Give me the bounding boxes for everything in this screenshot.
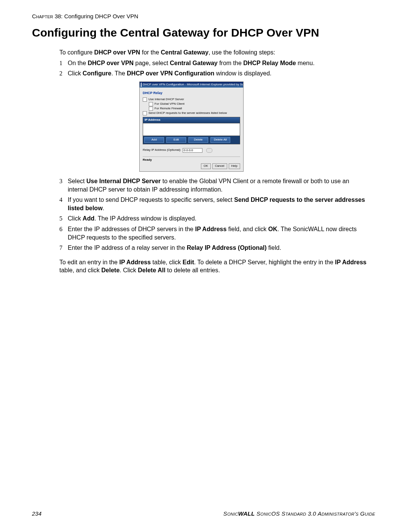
for-global-vpn-row[interactable]: For Global VPN Client (149, 102, 240, 106)
dialog-button-row: OK Cancel Help (143, 163, 240, 169)
step-5: 5 Click Add. The IP Address window is di… (59, 214, 368, 223)
tooltip-icon[interactable] (206, 148, 212, 153)
dhcp-relay-section-label: DHCP Relay (143, 91, 240, 95)
checkbox-icon[interactable] (143, 97, 147, 102)
delete-all-button[interactable]: Delete All (210, 137, 230, 143)
page-footer: 234 SonicWALL SonicOS Standard 3.0 Admin… (32, 510, 375, 517)
step-6: 6 Enter the IP addresses of DHCP servers… (59, 225, 368, 241)
step-3: 3 Select Use Internal DHCP Server to ena… (59, 177, 368, 193)
ip-address-list[interactable] (143, 123, 240, 136)
edit-button[interactable]: Edit (166, 137, 186, 143)
help-button[interactable]: Help (229, 163, 240, 169)
relay-ip-label: Relay IP Address (Optional): (143, 148, 181, 152)
checkbox-icon[interactable] (143, 111, 147, 115)
for-remote-firewall-row[interactable]: For Remote Firewall (149, 107, 240, 111)
page-title: Configuring the Central Gateway for DHCP… (32, 26, 375, 39)
relay-ip-row: Relay IP Address (Optional): (143, 148, 240, 153)
add-button[interactable]: Add (144, 137, 164, 143)
dhcp-config-window: DHCP over VPN Configuration - Microsoft … (139, 81, 244, 172)
step-7: 7 Enter the IP address of a relay server… (59, 244, 368, 252)
ip-address-header: IP Address (143, 117, 240, 123)
chapter-title: Configuring DHCP Over VPN (64, 13, 139, 19)
page-number: 234 (32, 510, 41, 517)
send-dhcp-requests-row[interactable]: Send DHCP requests to the server address… (143, 111, 240, 115)
body: To configure DHCP over VPN for the Centr… (59, 48, 368, 275)
for-global-vpn-label: For Global VPN Client (155, 102, 185, 106)
ie-icon (141, 83, 142, 87)
step-1: 1 On the DHCP over VPN page, select Cent… (59, 59, 368, 67)
send-dhcp-requests-label: Send DHCP requests to the server address… (148, 111, 227, 115)
checkbox-icon[interactable] (149, 102, 153, 106)
use-internal-dhcp-row[interactable]: Use Internal DHCP Server (143, 97, 240, 102)
footer-guide-title: SonicWALL SonicOS Standard 3.0 Administr… (223, 510, 375, 517)
step-4: 4 If you want to send DHCP requests to s… (59, 196, 368, 212)
status-bar: Ready (143, 157, 240, 162)
checkbox-icon[interactable] (149, 107, 153, 111)
ok-button[interactable]: OK (201, 163, 211, 169)
cancel-button[interactable]: Cancel (212, 163, 227, 169)
intro-paragraph: To configure DHCP over VPN for the Centr… (59, 48, 368, 57)
ip-button-row: Add Edit Delete Delete All (143, 136, 240, 144)
for-remote-firewall-label: For Remote Firewall (155, 107, 182, 111)
closing-paragraph: To edit an entry in the IP Address table… (59, 258, 368, 275)
relay-ip-input[interactable] (183, 148, 202, 153)
use-internal-dhcp-label: Use Internal DHCP Server (148, 97, 184, 102)
chapter-header: Chapter 38: Configuring DHCP Over VPN (32, 13, 375, 19)
window-titlebar: DHCP over VPN Configuration - Microsoft … (140, 82, 243, 88)
chapter-prefix: Chapter (32, 13, 53, 19)
delete-button[interactable]: Delete (188, 137, 208, 143)
step-2: 2 Click Configure. The DHCP over VPN Con… (59, 69, 368, 78)
window-title: DHCP over VPN Configuration - Microsoft … (143, 83, 243, 87)
